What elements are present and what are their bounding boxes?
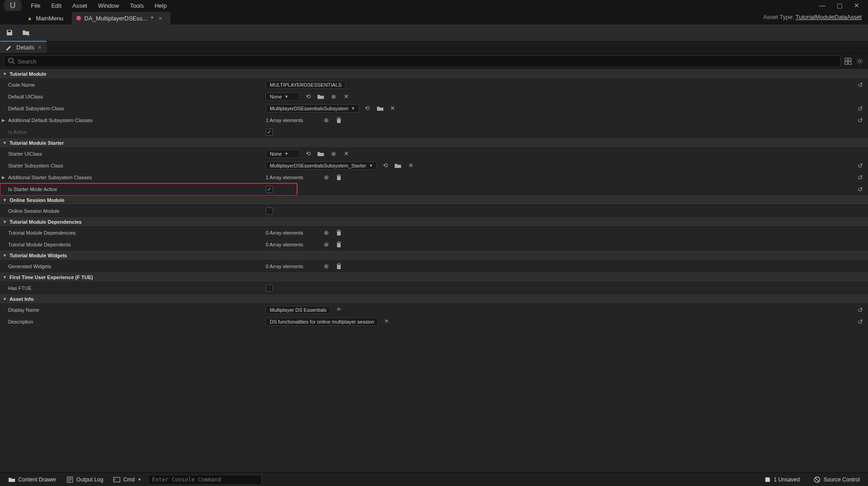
dropdown-default-uiclass[interactable]: None▼	[266, 93, 300, 101]
array-clear-icon[interactable]	[334, 173, 343, 182]
tab-mainmenu[interactable]: ▲ MainMenu	[23, 12, 72, 25]
array-clear-icon[interactable]	[334, 228, 343, 237]
checkbox-online-session[interactable]	[266, 207, 273, 215]
unsaved-label: 1 Unsaved	[774, 476, 800, 483]
browse-to-icon[interactable]	[393, 161, 402, 170]
expand-arrow-icon[interactable]: ▶	[2, 175, 5, 180]
flag-icon[interactable]: ⚑	[334, 305, 343, 314]
category-dependencies[interactable]: ▼Tutorial Module Dependencies	[0, 217, 868, 227]
clear-icon[interactable]: ✕	[388, 104, 397, 113]
settings-icon[interactable]	[855, 57, 864, 66]
reset-button[interactable]: ↺	[852, 186, 868, 193]
source-control-button[interactable]: Source Control	[810, 475, 863, 485]
drawer-icon	[8, 476, 15, 483]
row-has-ftue: Has FTUE	[0, 282, 868, 294]
console-command-input[interactable]	[148, 475, 262, 485]
details-tab[interactable]: Details ×	[0, 41, 47, 53]
expand-arrow-icon[interactable]: ▶	[2, 118, 5, 123]
save-button[interactable]	[5, 28, 15, 38]
document-tab-row: ▲ MainMenu DA_MultiplayerDSEss... * × As…	[0, 11, 868, 25]
svg-rect-6	[845, 62, 848, 64]
menu-window[interactable]: Window	[98, 2, 119, 9]
row-generated-widgets: Generated Widgets 0 Array elements ⊕	[0, 260, 868, 272]
browse-to-icon[interactable]	[376, 104, 385, 113]
menu-file[interactable]: File	[31, 2, 40, 9]
value-description[interactable]: DS functionalities for online multiplaye…	[266, 318, 378, 326]
label-description: Description	[0, 319, 266, 324]
array-add-icon[interactable]: ⊕	[322, 228, 331, 237]
status-bar: Content Drawer Output Log Cmd ▼ 1 Unsave…	[0, 472, 868, 486]
reset-button[interactable]: ↺	[852, 117, 868, 124]
reset-button[interactable]: ↺	[852, 81, 868, 88]
search-box[interactable]	[4, 55, 841, 67]
value-code-name[interactable]: MULTIPLAYERDSESSENTIALS	[266, 81, 346, 89]
panel-tab-row: Details ×	[0, 41, 868, 54]
add-icon[interactable]: ⊕	[329, 92, 338, 101]
clear-icon[interactable]: ✕	[342, 149, 351, 158]
reset-button[interactable]: ↺	[852, 162, 868, 169]
menu-edit[interactable]: Edit	[51, 2, 61, 9]
dataasset-icon	[76, 16, 81, 20]
clear-icon[interactable]: ✕	[406, 161, 415, 170]
search-input[interactable]	[18, 58, 837, 65]
unsaved-button[interactable]: 1 Unsaved	[760, 475, 804, 485]
menu-asset[interactable]: Asset	[72, 2, 87, 9]
browse-to-icon[interactable]	[316, 149, 325, 158]
checkbox-is-starter-mode[interactable]	[266, 186, 273, 193]
category-tutorial-module[interactable]: ▼Tutorial Module	[0, 69, 868, 79]
label-display-name: Display Name	[0, 307, 266, 313]
window-close-button[interactable]: ✕	[850, 2, 863, 9]
clear-icon[interactable]: ✕	[342, 92, 351, 101]
details-tab-close[interactable]: ×	[38, 44, 42, 51]
use-selected-icon[interactable]: ⟲	[363, 104, 372, 113]
window-minimize-button[interactable]: —	[815, 2, 829, 9]
menu-tools[interactable]: Tools	[130, 2, 144, 9]
search-row	[0, 54, 868, 69]
array-clear-icon[interactable]	[334, 262, 343, 271]
browse-button[interactable]	[21, 28, 31, 38]
category-online-session[interactable]: ▼Online Session Module	[0, 195, 868, 205]
array-clear-icon[interactable]	[334, 116, 343, 125]
content-drawer-button[interactable]: Content Drawer	[5, 475, 60, 485]
reset-button[interactable]: ↺	[852, 318, 868, 325]
tab-close-button[interactable]: ×	[159, 15, 162, 22]
checkbox-is-active[interactable]	[266, 128, 273, 136]
tab-asset-label: DA_MultiplayerDSEss...	[84, 15, 148, 22]
category-asset-info[interactable]: ▼Asset Info	[0, 294, 868, 304]
label-additional-default: Additional Default Subsystem Classes	[0, 118, 266, 123]
category-widgets[interactable]: ▼Tutorial Module Widgets	[0, 250, 868, 260]
output-log-button[interactable]: Output Log	[63, 475, 107, 485]
array-add-icon[interactable]: ⊕	[322, 240, 331, 249]
reset-button[interactable]: ↺	[852, 174, 868, 181]
menu-help[interactable]: Help	[154, 2, 167, 9]
browse-to-icon[interactable]	[316, 92, 325, 101]
dropdown-starter-subsystem[interactable]: MultiplayerDSEssentialsSubsystem_Starter…	[266, 162, 377, 170]
label-default-uiclass: Default UIClass	[0, 94, 266, 99]
cmd-dropdown[interactable]: Cmd ▼	[109, 475, 145, 485]
asset-type-link[interactable]: TutorialModuleDataAsset	[796, 14, 862, 20]
grid-view-icon[interactable]	[843, 57, 853, 66]
titlebar: U File Edit Asset Window Tools Help — ▢ …	[0, 0, 868, 11]
flag-icon[interactable]: ⚑	[382, 317, 391, 326]
array-add-icon[interactable]: ⊕	[322, 262, 331, 271]
reset-button[interactable]: ↺	[852, 105, 868, 112]
reset-button[interactable]: ↺	[852, 306, 868, 314]
array-add-icon[interactable]: ⊕	[322, 173, 331, 182]
category-tutorial-module-starter[interactable]: ▼Tutorial Module Starter	[0, 138, 868, 148]
use-selected-icon[interactable]: ⟲	[303, 149, 312, 158]
use-selected-icon[interactable]: ⟲	[303, 92, 312, 101]
use-selected-icon[interactable]: ⟲	[381, 161, 390, 170]
array-clear-icon[interactable]	[334, 240, 343, 249]
dropdown-starter-uiclass[interactable]: None▼	[266, 150, 300, 158]
add-icon[interactable]: ⊕	[329, 149, 338, 158]
dropdown-default-subsystem[interactable]: MultiplayerDSEssentialsSubsystem▼	[266, 104, 359, 113]
array-add-icon[interactable]: ⊕	[322, 116, 331, 125]
value-display-name[interactable]: Multiplayer DS Essentials	[266, 306, 331, 314]
window-maximize-button[interactable]: ▢	[833, 2, 846, 9]
details-tab-label: Details	[16, 44, 35, 51]
tab-asset[interactable]: DA_MultiplayerDSEss... * ×	[72, 12, 170, 25]
category-ftue[interactable]: ▼First Time User Experience (F TUE)	[0, 272, 868, 282]
checkbox-has-ftue[interactable]	[266, 285, 273, 292]
array-count: 0 Array elements	[266, 264, 318, 269]
svg-rect-7	[848, 62, 851, 64]
